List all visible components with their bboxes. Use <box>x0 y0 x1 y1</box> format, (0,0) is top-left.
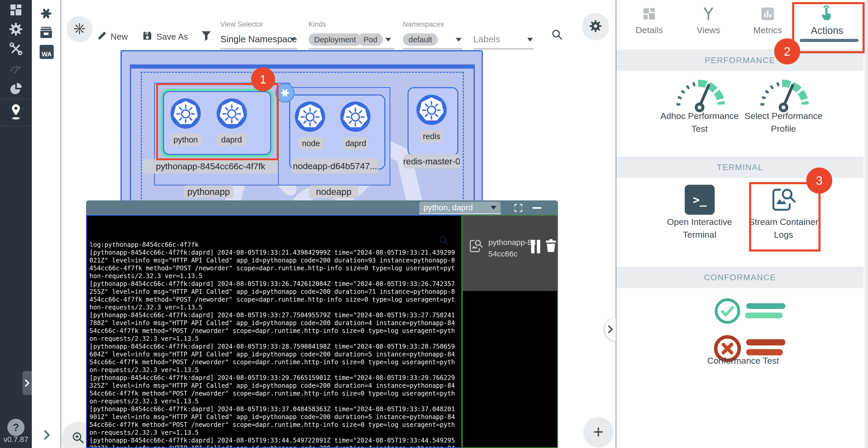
tab-label: Details <box>622 25 677 35</box>
tab-metrics[interactable]: Metrics <box>740 6 795 35</box>
deployment-label: nodeapp <box>309 185 359 198</box>
conformance-section-header: CONFORMANCE <box>616 267 864 288</box>
view-selector-caret-icon[interactable] <box>290 38 296 41</box>
settings-gears-icon[interactable] <box>9 22 23 36</box>
fullscreen-icon[interactable] <box>514 203 523 213</box>
log-line: log:pythonapp-8454cc66c-4f7fk <box>89 241 459 249</box>
app-window: ? v0.7.87 WA New Save As View Selector S… <box>0 0 868 448</box>
check-circle-icon <box>714 297 741 325</box>
view-selector-underline <box>220 49 297 49</box>
archive-inbox-icon[interactable] <box>39 26 54 40</box>
stream-list-pane: pythonapp-8454cc66c <box>462 215 558 448</box>
graph-mode-button[interactable] <box>66 16 93 42</box>
kinds-label: Kinds <box>308 20 326 28</box>
conformance-fail-line <box>746 339 785 346</box>
container-icon-daprd[interactable] <box>340 101 371 132</box>
dashboard-icon[interactable] <box>9 3 23 17</box>
container-label: daprd <box>343 137 368 150</box>
save-as-button[interactable]: Save As <box>156 32 188 42</box>
selector-caret-icon <box>491 206 496 210</box>
dapr-logo-icon[interactable] <box>39 6 54 21</box>
container-icon-node[interactable] <box>295 101 325 132</box>
container-icon-redis[interactable] <box>416 95 447 125</box>
panel-collapse-handle[interactable] <box>605 318 616 341</box>
log-line: [pythonapp-8454cc66c-4f7fk:daprd] 2024-0… <box>89 311 459 342</box>
action-adhoc-performance-test[interactable]: Adhoc Performance Test <box>656 110 743 135</box>
view-selector-value[interactable]: Single Namespace <box>220 34 297 44</box>
views-icon <box>701 6 716 21</box>
log-line: [pythonapp-8454cc66c-4f7fk:daprd] 2024-0… <box>89 437 459 448</box>
kinds-caret-icon[interactable] <box>385 38 391 41</box>
version-label: v0.7.87 <box>0 435 32 444</box>
tools-icon[interactable] <box>9 41 23 56</box>
tab-details[interactable]: Details <box>622 6 677 35</box>
kinds-underline <box>308 49 395 49</box>
minimize-icon[interactable] <box>532 207 541 209</box>
annotation-box-3 <box>749 182 820 251</box>
log-zoom-cursor-icon <box>438 235 450 246</box>
labels-caret-icon[interactable] <box>527 38 533 41</box>
container-selector-value: python, daprd <box>424 203 473 212</box>
panel-divider <box>616 0 616 448</box>
location-pin-icon[interactable] <box>9 103 23 121</box>
webassembly-icon[interactable]: WA <box>40 45 54 59</box>
annotation-box-1 <box>156 83 278 160</box>
conformance-pass-line <box>746 303 785 309</box>
log-line: [pythonapp-8454cc66c-4f7fk:daprd] 2024-0… <box>89 342 459 374</box>
pod-label: pythonapp-8454cc66c-4f7fk <box>142 159 279 174</box>
view-selector-label: View Selector <box>220 20 264 28</box>
secondary-toolbar: WA <box>32 0 61 448</box>
filter-funnel-icon[interactable] <box>200 29 212 42</box>
pause-icon[interactable] <box>531 240 534 253</box>
sidebar-divider <box>0 126 32 126</box>
log-line: [pythonapp-8454cc66c-4f7fk:daprd] 2024-0… <box>89 405 459 437</box>
search-icon[interactable] <box>551 28 564 41</box>
plus-icon: + <box>593 421 604 442</box>
kind-chip-pod[interactable]: Pod <box>358 33 383 46</box>
pie-chart-icon[interactable] <box>9 81 23 96</box>
container-label: redis <box>420 130 443 143</box>
annotation-badge-2: 2 <box>774 38 800 64</box>
tab-label: Views <box>681 25 736 35</box>
strip-expand-chevron-icon[interactable] <box>41 429 53 441</box>
left-sidebar: ? v0.7.87 <box>0 0 32 448</box>
help-icon: ? <box>13 422 19 434</box>
interactive-terminal-icon: >_ <box>685 185 715 215</box>
sidebar-divider <box>0 99 32 99</box>
add-button[interactable]: + <box>584 417 613 446</box>
help-button[interactable]: ? <box>7 419 25 436</box>
settings-button[interactable] <box>582 13 609 40</box>
trash-icon[interactable] <box>544 238 558 253</box>
new-button[interactable]: New <box>111 32 128 42</box>
annotation-box-2 <box>792 2 865 53</box>
container-selector-dropdown[interactable]: python, daprd <box>419 202 501 214</box>
pencil-icon <box>96 31 107 41</box>
log-terminal-window: python, daprd log:pythonapp-8454cc66c-4f… <box>86 200 558 448</box>
scrollbar[interactable] <box>865 0 868 448</box>
labels-input[interactable]: Labels <box>473 34 500 44</box>
pause-icon[interactable] <box>537 240 540 253</box>
stream-tab-item[interactable]: pythonapp-8454cc66c <box>463 216 557 291</box>
details-grid-icon <box>642 6 657 21</box>
gear-icon <box>589 19 602 34</box>
pod-label: redis-master-0 <box>404 154 460 169</box>
namespace-chip-default[interactable]: default <box>403 33 438 46</box>
annotation-badge-1: 1 <box>251 67 275 91</box>
annotation-badge-3: 3 <box>806 168 832 193</box>
action-select-performance-profile[interactable]: Select Performance Profile <box>741 110 827 135</box>
action-open-interactive-terminal[interactable]: Open Interactive Terminal <box>656 215 743 241</box>
namespaces-underline <box>403 49 462 49</box>
sidebar-expand-handle[interactable] <box>23 371 32 395</box>
namespaces-caret-icon[interactable] <box>456 38 462 41</box>
kind-chip-deployment[interactable]: Deployment <box>308 33 362 46</box>
log-output[interactable]: log:pythonapp-8454cc66c-4f7fk[pythonapp-… <box>87 216 461 448</box>
namespaces-label: Namespaces <box>403 20 444 28</box>
log-pane[interactable]: log:pythonapp-8454cc66c-4f7fk[pythonapp-… <box>86 215 462 448</box>
action-conformance-test[interactable]: Conformance Test <box>700 354 786 367</box>
log-line: [pythonapp-8454cc66c-4f7fk:daprd] 2024-0… <box>89 374 459 405</box>
performance-gauge-icon[interactable] <box>9 61 23 76</box>
stream-logs-icon <box>467 238 484 255</box>
hub-wheel-icon <box>72 22 87 37</box>
metrics-bar-chart-icon <box>760 6 775 21</box>
tab-views[interactable]: Views <box>681 6 736 35</box>
